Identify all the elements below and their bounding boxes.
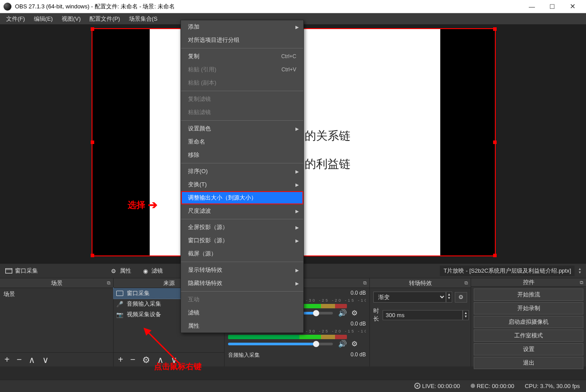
status-bar: LIVE: 00:00:00 REC: 00:00:00 CPU: 3.7%, … [0,380,586,392]
obs-app-icon [4,3,11,11]
ctx-paste-dup: 粘贴 (副本) [181,76,303,89]
window-select-field[interactable]: T片放映 - [S2b2C系统用户层级及利益链介绍.pptx] [440,266,575,276]
menu-view[interactable]: 视图(V) [57,13,85,25]
window-icon [116,291,123,296]
ctx-rename[interactable]: 重命名 [181,135,303,148]
chevron-right-icon: ▶ [295,169,299,174]
menu-scene-collection[interactable]: 场景集合(S [125,13,169,25]
popout-icon[interactable]: ⧉ [464,280,468,286]
source-properties-button[interactable]: ⚙ 属性 [105,267,136,275]
scenes-list[interactable]: 场景 [0,288,113,352]
ctx-order[interactable]: 排序(O)▶ [181,165,303,178]
separator [181,262,303,262]
settings-button[interactable]: 设置 [474,343,583,355]
chevron-right-icon: ▶ [295,182,299,187]
chevron-right-icon: ▶ [295,281,299,286]
gear-icon[interactable]: ⚙ [351,309,357,317]
move-up-button[interactable]: ∧ [29,355,35,365]
cpu-fps-status: CPU: 3.7%, 30.00 fps [525,383,580,389]
ctx-show-transition[interactable]: 显示转场特效▶ [181,263,303,277]
separator [181,219,303,219]
annotation-rightclick: 点击鼠标右键 [154,361,202,372]
ctx-window-projector[interactable]: 窗口投影（源）▶ [181,234,303,247]
menu-edit[interactable]: 编辑(E) [29,13,57,25]
gear-icon: ⚙ [110,267,117,274]
start-streaming-button[interactable]: 开始推流 [474,288,583,301]
close-button[interactable]: ✕ [562,0,582,13]
resize-handle[interactable] [493,141,497,144]
transitions-dock-header: 转场特效 ⧉ [370,278,471,288]
remove-button[interactable]: − [130,355,136,365]
transitions-dock: 转场特效 ⧉ 渐变 ▲▼ ⚙ 时长 ▲▼ [370,278,471,366]
separator [181,91,303,91]
popout-icon[interactable]: ⧉ [580,280,583,285]
start-recording-button[interactable]: 开始录制 [474,302,583,314]
add-button[interactable]: + [118,355,123,365]
duration-label: 时长 [373,307,379,323]
resize-handle[interactable] [91,141,94,144]
transition-settings-button[interactable]: ⚙ [455,292,467,303]
stepper-icon[interactable]: ▲▼ [578,267,582,274]
volume-slider[interactable] [228,343,333,345]
studio-mode-button[interactable]: 工作室模式 [474,329,583,342]
context-menu: 添加▶ 对所选项目进行分组 复制Ctrl+C 粘贴 (引用)Ctrl+V 粘贴 … [181,20,304,333]
speaker-icon[interactable]: 🔊 [338,309,347,317]
source-type-label: 窗口采集 [0,267,43,275]
ctx-transform[interactable]: 变换(T)▶ [181,178,303,191]
popout-icon[interactable]: ⧉ [363,280,367,286]
slide-text-line2: 用户的利益链 [282,150,440,178]
chevron-right-icon: ▶ [295,209,299,214]
ctx-add[interactable]: 添加▶ [181,20,303,33]
menu-file[interactable]: 文件(F) [2,13,29,25]
exit-button[interactable]: 退出 [474,357,583,369]
window-icon [5,267,12,274]
ctx-interact: 互动 [181,293,303,306]
transition-select[interactable]: 渐变 [373,292,446,303]
window-title: OBS 27.1.3 (64-bit, windows) - 配置文件: 未命名… [15,3,175,11]
gear-icon[interactable]: ⚙ [351,340,357,348]
ctx-scale-filter[interactable]: 尺度滤波▶ [181,204,303,218]
source-settings-button[interactable]: ⚙ [142,355,150,365]
chevron-right-icon: ▶ [295,238,299,243]
svg-rect-2 [6,269,12,274]
scene-item[interactable]: 场景 [0,289,113,300]
resize-handle[interactable] [91,27,94,31]
menu-profile[interactable]: 配置文件(P) [85,13,124,25]
window-titlebar: OBS 27.1.3 (64-bit, windows) - 配置文件: 未命名… [0,0,586,13]
add-button[interactable]: + [4,355,10,365]
resize-handle[interactable] [493,254,497,257]
separator [181,120,303,121]
ctx-set-color[interactable]: 设置颜色▶ [181,122,303,135]
ctx-hide-transition[interactable]: 隐藏转场特效▶ [181,277,303,290]
speaker-icon[interactable]: 🔊 [338,340,347,348]
ctx-group[interactable]: 对所选项目进行分组 [181,33,303,47]
minimize-button[interactable]: — [522,0,542,13]
separator [181,291,303,292]
ctx-screenshot[interactable]: 截屏（源） [181,247,303,260]
scenes-dock: 场景 ⧉ 场景 + − ∧ ∨ [0,278,114,366]
maximize-button[interactable]: ☐ [542,0,562,13]
stepper-icon[interactable]: ▲▼ [463,310,469,320]
start-virtualcam-button[interactable]: 启动虚拟摄像机 [474,316,583,328]
popout-icon[interactable]: ⧉ [107,280,111,286]
stepper-icon[interactable]: ▲▼ [446,292,452,303]
ctx-fullscreen-projector[interactable]: 全屏投影（源）▶ [181,221,303,234]
broadcast-icon [414,383,420,389]
separator [181,48,303,48]
remove-button[interactable]: − [17,355,22,365]
source-filters-button[interactable]: ◉ 滤镜 [136,267,168,275]
move-down-button[interactable]: ∨ [42,355,49,365]
ctx-properties[interactable]: 属性 [181,319,303,333]
duration-input[interactable] [383,310,463,320]
mixer-channel-audio-in: 音频输入采集0.0 dB [225,350,369,361]
recording-status: REC: 00:00:00 [471,383,514,389]
mic-icon: 🎤 [116,301,123,307]
resize-handle[interactable] [493,27,497,31]
separator [181,163,303,163]
ctx-copy[interactable]: 复制Ctrl+C [181,50,303,63]
ctx-resize-output[interactable]: 调整输出大小（到源大小） [181,191,303,204]
ctx-copy-filters: 复制滤镜 [181,92,303,106]
ctx-filters[interactable]: 滤镜 [181,306,303,319]
ctx-remove[interactable]: 移除 [181,148,303,162]
resize-handle[interactable] [91,254,94,257]
